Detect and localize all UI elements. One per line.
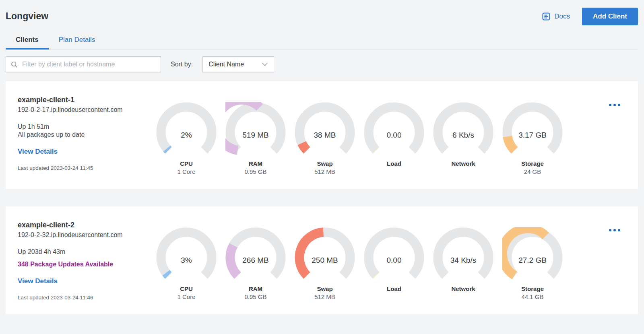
gauge-value: 34 Kb/s [433, 256, 493, 265]
gauge-cpu: 3% CPU 1 Core [156, 227, 217, 301]
last-updated: Last updated 2023-03-24 11:46 [18, 295, 156, 301]
tabs: Clients Plan Details [6, 31, 638, 50]
gauge-swap: 38 MB Swap 512 MB [295, 102, 355, 175]
gauge-value: 0.00 [364, 256, 424, 265]
client-card-1: example-client-1 192-0-2-17.ip.linodeuse… [6, 81, 638, 189]
client-uptime: Up 1h 51m [18, 123, 156, 130]
gauge-ram: 519 MB RAM 0.95 GB [225, 102, 286, 175]
client-list: example-client-1 192-0-2-17.ip.linodeuse… [6, 81, 638, 314]
page-title: Longview [6, 11, 48, 22]
page-header: Longview Docs Add Client [6, 0, 638, 25]
gauge-value: 6 Kb/s [433, 131, 493, 140]
gauge-sublabel [364, 293, 424, 301]
gauge-network: 6 Kb/s Network [433, 102, 493, 175]
header-actions: Docs Add Client [542, 8, 638, 25]
client-name: example-client-1 [18, 96, 156, 104]
gauge-sublabel: 0.95 GB [225, 293, 286, 301]
client-filter-input[interactable] [22, 61, 156, 68]
gauge-value: 266 MB [225, 256, 286, 265]
gauge-sublabel: 512 MB [295, 168, 355, 175]
sort-select-value: Client Name [208, 61, 244, 68]
packages-status: All packages up to date [18, 131, 156, 138]
kebab-dot [613, 229, 616, 231]
kebab-dot [609, 229, 611, 231]
view-details-link[interactable]: View Details [18, 277, 58, 285]
view-details-link[interactable]: View Details [18, 148, 58, 156]
sort-by-label: Sort by: [171, 61, 193, 68]
client-hostname: 192-0-2-32.ip.linodeusercontent.com [18, 231, 156, 239]
gauge-sublabel: 0.95 GB [225, 168, 286, 175]
client-name: example-client-2 [18, 221, 156, 229]
gauge-sublabel [433, 168, 493, 175]
search-icon [11, 61, 18, 68]
longview-page: Longview Docs Add Client Clients Plan De… [0, 0, 644, 314]
docs-link[interactable]: Docs [542, 12, 570, 21]
gauge-network: 34 Kb/s Network [433, 227, 493, 301]
filter-row: Sort by: Client Name [6, 56, 638, 72]
kebab-dot [609, 104, 611, 106]
gauge-sublabel: 44.1 GB [502, 293, 563, 301]
kebab-dot [613, 104, 616, 106]
chevron-down-icon [262, 62, 268, 66]
client-hostname: 192-0-2-17.ip.linodeusercontent.com [18, 106, 156, 113]
gauge-storage: 27.2 GB Storage 44.1 GB [502, 227, 563, 301]
docs-icon [542, 12, 551, 21]
client-info: example-client-1 192-0-2-17.ip.linodeuse… [18, 81, 156, 175]
last-updated: Last updated 2023-03-24 11:45 [18, 165, 156, 171]
client-actions-menu[interactable] [607, 227, 622, 233]
gauge-sublabel [364, 168, 424, 175]
gauge-storage: 3.17 GB Storage 24 GB [502, 102, 563, 175]
client-actions-menu[interactable] [607, 102, 622, 108]
tab-plan-details[interactable]: Plan Details [49, 31, 105, 49]
gauge-ram: 266 MB RAM 0.95 GB [225, 227, 286, 301]
tab-clients[interactable]: Clients [6, 31, 49, 49]
gauges-row: 3% CPU 1 Core 266 MB RAM 0.95 GB 250 MB … [156, 206, 563, 301]
gauge-cpu: 2% CPU 1 Core [156, 102, 217, 175]
gauge-value: 0.00 [364, 131, 424, 140]
gauge-value: 250 MB [295, 256, 355, 265]
docs-label: Docs [554, 12, 570, 21]
gauge-value: 27.2 GB [502, 256, 563, 265]
gauge-load: 0.00 Load [364, 102, 424, 175]
kebab-dot [618, 104, 620, 106]
client-card-2: example-client-2 192-0-2-32.ip.linodeuse… [6, 206, 638, 314]
client-uptime: Up 203d 4h 43m [18, 248, 156, 256]
client-filter [6, 56, 161, 72]
gauge-sublabel [433, 293, 493, 301]
gauge-value: 2% [156, 131, 217, 140]
gauge-sublabel: 1 Core [156, 168, 217, 175]
gauge-value: 3.17 GB [502, 131, 563, 140]
gauge-load: 0.00 Load [364, 227, 424, 301]
gauge-value: 3% [156, 256, 217, 265]
client-info: example-client-2 192-0-2-32.ip.linodeuse… [18, 206, 156, 301]
packages-status: 348 Package Updates Available [18, 261, 156, 268]
kebab-dot [618, 229, 620, 231]
gauge-value: 38 MB [295, 131, 355, 140]
add-client-button[interactable]: Add Client [582, 8, 638, 25]
sort-select[interactable]: Client Name [202, 56, 274, 72]
gauge-sublabel: 512 MB [295, 293, 355, 301]
gauge-sublabel: 1 Core [156, 293, 217, 301]
gauge-value: 519 MB [225, 131, 286, 140]
gauges-row: 2% CPU 1 Core 519 MB RAM 0.95 GB 38 MB S… [156, 81, 563, 175]
gauge-swap: 250 MB Swap 512 MB [295, 227, 355, 301]
gauge-sublabel: 24 GB [502, 168, 563, 175]
